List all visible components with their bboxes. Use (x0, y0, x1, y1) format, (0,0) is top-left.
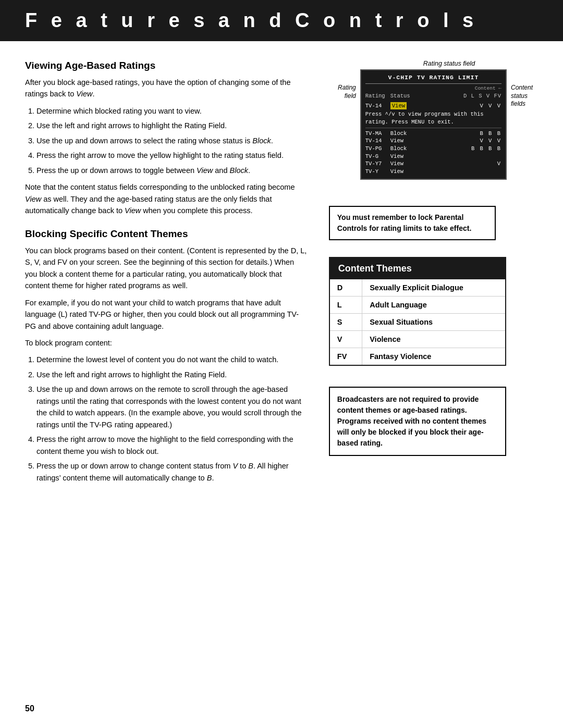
step-item: Press the up or down arrow to change con… (36, 460, 308, 484)
tv-row-tvg: TV-G View (365, 153, 501, 161)
content-themes-box: Content Themes D Sexually Explicit Dialo… (329, 257, 506, 366)
tv-row-tvy7: TV-Y7 View V (365, 160, 501, 168)
tv-title: V-CHIP TV RATING LIMIT (365, 73, 501, 84)
section1-intro: After you block age-based ratings, you h… (25, 77, 308, 100)
left-column: Viewing Age-Based Ratings After you bloc… (25, 60, 308, 489)
code-v: V (330, 330, 362, 348)
diagram-label-top: Rating status field (360, 60, 538, 67)
parental-controls-note: You must remember to lock Parental Contr… (329, 206, 496, 240)
step-item: Use the up and down arrows on the remote… (36, 384, 308, 430)
highlighted-cols: V V V (418, 102, 501, 110)
code-l: L (330, 296, 362, 313)
page-title: F e a t u r e s a n d C o n t r o l s (25, 9, 538, 32)
table-row: FV Fantasy Violence (330, 348, 505, 365)
note-text: You must remember to lock Parental Contr… (337, 213, 471, 232)
right-column: Rating status field Rating field V-CHIP … (329, 60, 538, 489)
highlighted-status: View (390, 102, 418, 110)
section2-para2: For example, if you do not want your chi… (25, 297, 308, 332)
code-fv: FV (330, 348, 362, 365)
content-themes-title: Content Themes (330, 258, 505, 279)
page-header: F e a t u r e s a n d C o n t r o l s (0, 0, 563, 41)
tv-screen: V-CHIP TV RATING LIMIT Content ← Rating … (360, 69, 507, 180)
page-number: 50 (25, 704, 34, 713)
diagram-right-labels: Content status fields (511, 69, 538, 108)
step-item: Press the right arrow to move the yellow… (36, 150, 308, 161)
tv-row-tvma: TV-MA Block B B B (365, 130, 501, 138)
section2-para1: You can block programs based on their co… (25, 245, 308, 292)
table-row: V Violence (330, 330, 505, 348)
tv-row-tvy: TV-Y View (365, 168, 501, 176)
step-item: Press the right arrow to move the highli… (36, 434, 308, 457)
section-viewing-age-based: Viewing Age-Based Ratings After you bloc… (25, 60, 308, 217)
step-item: Use the left and right arrows to highlig… (36, 120, 308, 131)
code-d: D (330, 279, 362, 297)
bottom-note: Broadcasters are not required to provide… (329, 387, 506, 456)
section2-to-block: To block program content: (25, 337, 308, 349)
desc-violence: Violence (362, 330, 505, 348)
section2-steps: Determine the lowest level of content yo… (36, 354, 308, 484)
diagram-wrapper: Rating field V-CHIP TV RATING LIMIT Cont… (329, 69, 538, 180)
code-s: S (330, 313, 362, 330)
tv-msg: Press ^/v to view programs with this rat… (365, 110, 501, 125)
label-content: Content (511, 84, 538, 92)
label-rating: Rating (338, 84, 356, 92)
desc-adult-language: Adult Language (362, 296, 505, 313)
label-status: status (511, 92, 538, 101)
table-row: D Sexually Explicit Dialogue (330, 279, 505, 297)
col-header-status: Status (390, 92, 418, 100)
diagram-left-labels: Rating field (329, 69, 356, 100)
step-item: Determine which blocked rating you want … (36, 105, 308, 117)
tv-row-tvpg: TV-PG Block B B B B (365, 145, 501, 153)
col-header-rating: Rating (365, 92, 390, 100)
section1-heading: Viewing Age-Based Ratings (25, 60, 308, 71)
step-item: Determine the lowest level of content yo… (36, 354, 308, 365)
step-item: Use the left and right arrows to highlig… (36, 369, 308, 380)
desc-fantasy-violence: Fantasy Violence (362, 348, 505, 365)
section1-note: Note that the content status fields corr… (25, 181, 308, 216)
table-row: S Sexual Situations (330, 313, 505, 330)
highlighted-rating: TV-14 (365, 102, 390, 110)
step-item: Use the up and down arrows to select the… (36, 135, 308, 146)
diagram-area: Rating status field Rating field V-CHIP … (329, 60, 538, 180)
content-themes-table: D Sexually Explicit Dialogue L Adult Lan… (330, 279, 505, 365)
section1-steps: Determine which blocked rating you want … (36, 105, 308, 176)
section2-heading: Blocking Specific Content Themes (25, 228, 308, 240)
bottom-note-text: Broadcasters are not required to provide… (337, 395, 486, 447)
col-header-dlsvfv: D L S V FV (418, 92, 501, 100)
desc-sexually-explicit: Sexually Explicit Dialogue (362, 279, 505, 297)
step-item: Press the up or down arrows to toggle be… (36, 165, 308, 176)
content-arrow-label: Content ← (418, 85, 501, 92)
label-field: field (345, 92, 356, 101)
tv-highlighted-row: TV-14 View V V V (365, 102, 501, 110)
desc-sexual-situations: Sexual Situations (362, 313, 505, 330)
tv-row-tv14: TV-14 View V V V (365, 137, 501, 145)
label-fields: fields (511, 100, 538, 108)
table-row: L Adult Language (330, 296, 505, 313)
section-blocking-content: Blocking Specific Content Themes You can… (25, 228, 308, 484)
